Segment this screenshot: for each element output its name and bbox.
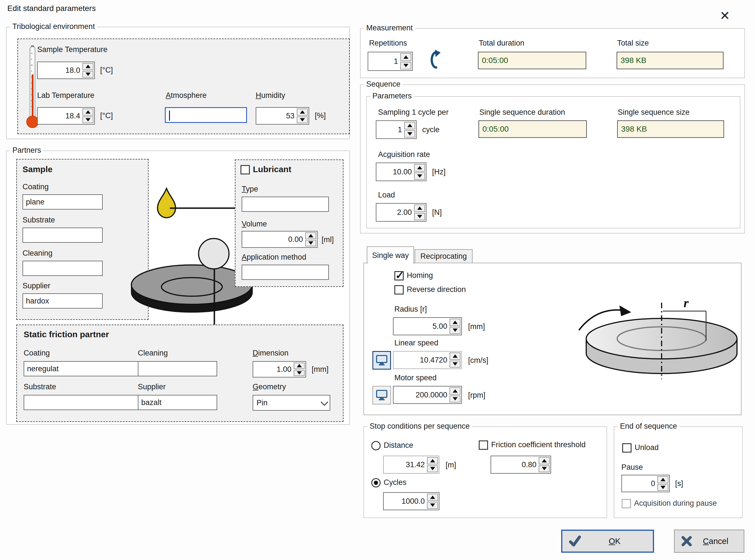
spin-down-button[interactable]: [297, 117, 308, 123]
spin-down-button[interactable]: [657, 484, 668, 491]
spin-down-button[interactable]: [450, 396, 460, 403]
tab-reciprocating[interactable]: Reciprocating: [415, 249, 473, 263]
spin-up-button[interactable]: [400, 53, 411, 61]
spin-up-button[interactable]: [414, 204, 425, 212]
unit-label: [N]: [432, 208, 442, 217]
text-caret: [169, 111, 170, 121]
unit-label: [Hz]: [432, 168, 445, 176]
lubricant-volume-value[interactable]: 0.00: [242, 232, 305, 247]
spin-down-button[interactable]: [305, 240, 316, 247]
group-legend: Measurement: [364, 24, 415, 32]
lubricant-type-input[interactable]: [242, 197, 329, 212]
spin-down-button[interactable]: [427, 502, 438, 509]
single-sequence-size-label: Single sequence size: [618, 108, 690, 117]
spin-up-button[interactable]: [657, 476, 668, 483]
sfp-supplier-input[interactable]: bazalt: [138, 395, 217, 410]
load-value[interactable]: 2.00: [376, 204, 414, 221]
oil-droplet-icon: [158, 188, 176, 218]
spin-down-button[interactable]: [450, 327, 460, 334]
spin-down-button[interactable]: [82, 117, 93, 123]
linear-speed-value[interactable]: 10.4720: [394, 352, 450, 368]
radius-spinner: 5.00: [393, 317, 462, 335]
cycles-value[interactable]: 1000.0: [384, 493, 427, 509]
sfp-geometry-dropdown[interactable]: Pin: [253, 395, 330, 411]
spin-up-button[interactable]: [450, 319, 460, 326]
distance-value: 31.42: [384, 456, 427, 473]
motor-speed-spinner: 200.0000: [393, 386, 462, 404]
distance-radio[interactable]: [371, 441, 381, 450]
pause-value[interactable]: 0: [622, 475, 657, 492]
lubricant-checkbox[interactable]: [240, 165, 250, 174]
application-method-input[interactable]: [242, 265, 329, 280]
static-friction-title: Static friction partner: [24, 329, 109, 339]
spin-down-button[interactable]: [82, 71, 93, 78]
spin-up-button[interactable]: [305, 232, 316, 239]
humidity-value[interactable]: 53: [256, 108, 297, 124]
radius-value[interactable]: 5.00: [394, 318, 450, 335]
friction-threshold-value[interactable]: 0.80: [491, 456, 539, 473]
spin-up-button[interactable]: [539, 457, 550, 464]
sample-supplier-input[interactable]: hardox: [22, 293, 103, 308]
humidity-label: Humidity: [256, 91, 285, 100]
reverse-direction-checkbox[interactable]: [394, 285, 404, 295]
spin-up-button[interactable]: [450, 387, 460, 395]
cycles-radio[interactable]: [371, 478, 381, 487]
unit-label: [mm]: [468, 322, 485, 331]
lab-temperature-value[interactable]: 18.4: [38, 108, 82, 124]
sfp-dimension-value[interactable]: 1.00: [253, 362, 294, 377]
sample-temperature-value[interactable]: 18.0: [38, 62, 82, 78]
unload-label[interactable]: Unload: [635, 443, 659, 452]
atmosphere-input[interactable]: [165, 107, 247, 123]
linear-speed-monitor-button[interactable]: [373, 351, 391, 369]
friction-threshold-checkbox[interactable]: [479, 440, 488, 450]
repetitions-spinner: 1: [367, 52, 413, 71]
sfp-cleaning-input[interactable]: [138, 361, 217, 376]
sample-cleaning-input[interactable]: [22, 261, 103, 276]
lubricant-title[interactable]: Lubricant: [253, 164, 292, 174]
sfp-substrate-input[interactable]: [24, 395, 142, 410]
sfp-cleaning-label: Cleaning: [138, 349, 168, 358]
motor-speed-value[interactable]: 200.0000: [394, 386, 450, 403]
spin-up-button[interactable]: [414, 164, 425, 172]
sampling-value[interactable]: 1: [376, 121, 404, 138]
friction-threshold-label[interactable]: Friction coefficient threshold: [491, 440, 586, 449]
cancel-button[interactable]: Cancel: [674, 529, 744, 553]
spin-down-button[interactable]: [414, 173, 425, 180]
sfp-coating-input[interactable]: neregulat: [24, 361, 142, 376]
acquisition-rate-value[interactable]: 10.00: [376, 163, 414, 181]
spin-up-button[interactable]: [82, 63, 93, 70]
distance-label[interactable]: Distance: [384, 441, 413, 450]
homing-label[interactable]: Homing: [407, 271, 433, 280]
spin-up-button[interactable]: [427, 494, 438, 501]
lubricant-type-label: Type: [242, 185, 258, 194]
spin-up-button[interactable]: [82, 108, 93, 116]
pause-spinner: 0: [621, 475, 670, 492]
spin-down-button[interactable]: [400, 62, 411, 70]
ok-button[interactable]: OK: [561, 529, 654, 553]
reverse-direction-label[interactable]: Reverse direction: [407, 285, 466, 294]
sfp-supplier-label: Supplier: [138, 382, 166, 391]
spin-down-button[interactable]: [539, 465, 550, 473]
spin-down-button[interactable]: [294, 370, 305, 376]
spin-down-button[interactable]: [404, 130, 415, 138]
repetitions-value[interactable]: 1: [368, 52, 400, 70]
spin-down-button[interactable]: [450, 361, 460, 368]
spin-up-button[interactable]: [297, 108, 308, 116]
spin-up-button[interactable]: [404, 122, 415, 129]
close-icon[interactable]: ✕: [716, 7, 734, 24]
acquisition-rate-spinner: 10.00: [376, 163, 426, 181]
spin-down-button: [427, 465, 438, 473]
sample-coating-input[interactable]: plane: [22, 194, 103, 209]
sample-substrate-input[interactable]: [22, 227, 103, 243]
unload-checkbox[interactable]: [622, 443, 632, 453]
lubricant-volume-spinner: 0.00: [242, 231, 318, 248]
spin-up-button[interactable]: [450, 353, 460, 360]
ok-button-label: OK: [582, 537, 647, 546]
homing-checkbox[interactable]: [394, 271, 404, 280]
spin-down-button[interactable]: [414, 213, 425, 221]
cycles-label[interactable]: Cycles: [384, 478, 406, 487]
tab-single-way[interactable]: Single way: [367, 246, 414, 264]
single-sequence-size-output: 398 KB: [617, 120, 724, 138]
spin-up-button[interactable]: [294, 363, 305, 369]
motor-speed-monitor-button[interactable]: [373, 386, 391, 404]
